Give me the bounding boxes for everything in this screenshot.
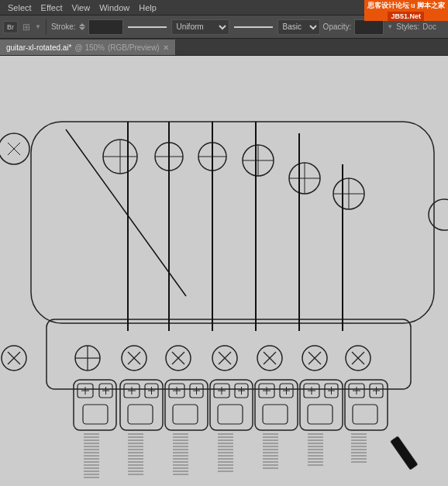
opacity-input[interactable]: 100%	[354, 19, 384, 35]
tab-bar: guitar-xl-rotated.ai* @ 150% (RGB/Previe…	[0, 39, 448, 56]
menu-item-effect[interactable]: Effect	[36, 0, 67, 15]
tab-zoom: @ 150%	[74, 43, 105, 52]
basic-select[interactable]: Basic	[277, 19, 320, 35]
tab-mode: (RGB/Preview)	[108, 43, 160, 52]
document-tab[interactable]: guitar-xl-rotated.ai* @ 150% (RGB/Previe…	[0, 40, 176, 55]
svg-rect-1	[0, 56, 448, 486]
menu-item-window[interactable]: Window	[95, 0, 134, 15]
stroke-label: Stroke:	[51, 22, 76, 31]
styles-label: Styles:	[396, 22, 419, 31]
menu-item-help[interactable]: Help	[134, 0, 161, 15]
stroke-input[interactable]: 0.25 pt	[88, 19, 123, 35]
watermark-line1: 思客设计论坛 u 脚本之家	[364, 0, 449, 12]
separator-1	[46, 19, 47, 35]
stroke-spinner[interactable]	[79, 23, 85, 30]
guitar-illustration	[0, 56, 448, 486]
canvas-area	[0, 56, 448, 486]
grid-icon[interactable]: ⊞	[22, 22, 30, 33]
tab-filename: guitar-xl-rotated.ai*	[6, 43, 71, 52]
stroke-down-arrow[interactable]	[79, 27, 85, 30]
uniform-select[interactable]: Uniform Width Profile 1 Width Profile 2	[171, 19, 229, 35]
line-preview-2	[234, 26, 273, 28]
tab-close-button[interactable]: ✕	[163, 43, 169, 52]
watermark-line2: JB51.Net	[388, 12, 424, 21]
watermark: 思客设计论坛 u 脚本之家 JB51.Net	[364, 0, 449, 21]
menu-item-select[interactable]: Select	[3, 0, 36, 15]
opacity-label: Opacity:	[323, 22, 352, 31]
line-preview	[128, 26, 167, 28]
menu-bar: Select Effect View Window Help 思客设计论坛 u …	[0, 0, 448, 16]
stroke-arrows-group	[79, 23, 85, 30]
menu-item-view[interactable]: View	[67, 0, 95, 15]
doc-label: Doc	[422, 22, 436, 31]
opacity-dropdown-icon[interactable]: ▼	[387, 23, 393, 30]
grid-dropdown-icon[interactable]: ▼	[35, 23, 41, 30]
stroke-up-arrow[interactable]	[79, 23, 85, 26]
bridge-icon[interactable]: Br	[3, 21, 18, 33]
